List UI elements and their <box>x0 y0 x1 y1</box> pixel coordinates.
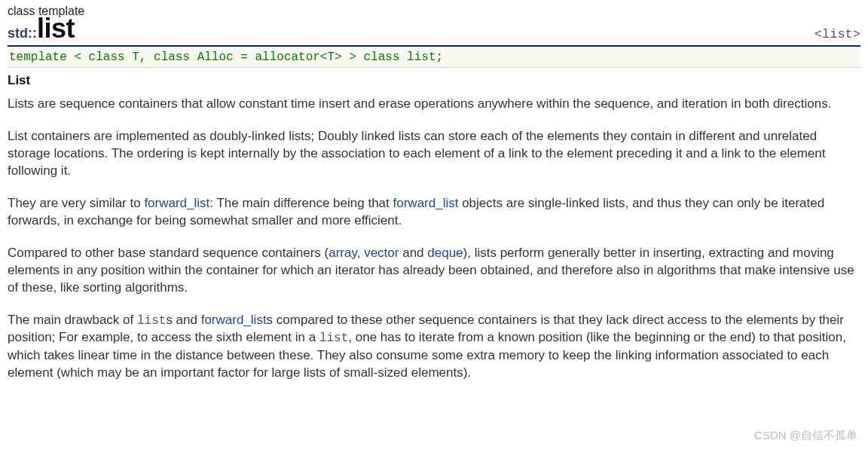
paragraph-drawback: The main drawback of lists and forward_l… <box>8 312 860 382</box>
paragraph-forward-list: They are very similar to forward_list: T… <box>8 195 860 230</box>
template-signature: template < class T, class Alloc = alloca… <box>8 48 860 69</box>
text: , <box>357 246 364 260</box>
text: They are very similar to <box>8 196 144 210</box>
forward-list-link[interactable]: forward_list <box>393 196 459 210</box>
vector-link[interactable]: vector <box>364 246 399 260</box>
text: Compared to other base standard sequence… <box>8 246 329 260</box>
list-code: list <box>319 331 348 345</box>
text: and <box>399 246 427 260</box>
paragraph-impl: List containers are implemented as doubl… <box>8 128 860 180</box>
page-title: list <box>37 15 75 42</box>
array-link[interactable]: array <box>329 246 356 260</box>
namespace-prefix: std:: <box>8 24 37 42</box>
forward-list-link[interactable]: forward_list <box>201 313 267 327</box>
header-include-tag: <list> <box>815 26 860 44</box>
text: : The main difference being that <box>209 196 393 210</box>
deque-link[interactable]: deque <box>427 246 463 260</box>
text: s and <box>166 313 200 327</box>
paragraph-compare: Compared to other base standard sequence… <box>8 245 860 297</box>
page-header: std:: list <list> <box>8 15 860 47</box>
list-code: list <box>137 314 166 328</box>
title-wrap: std:: list <box>8 15 75 42</box>
text: The main drawback of <box>8 313 137 327</box>
forward-list-link[interactable]: forward_list <box>144 196 209 210</box>
paragraph-intro: Lists are sequence containers that allow… <box>8 96 860 113</box>
section-title: List <box>8 72 860 90</box>
